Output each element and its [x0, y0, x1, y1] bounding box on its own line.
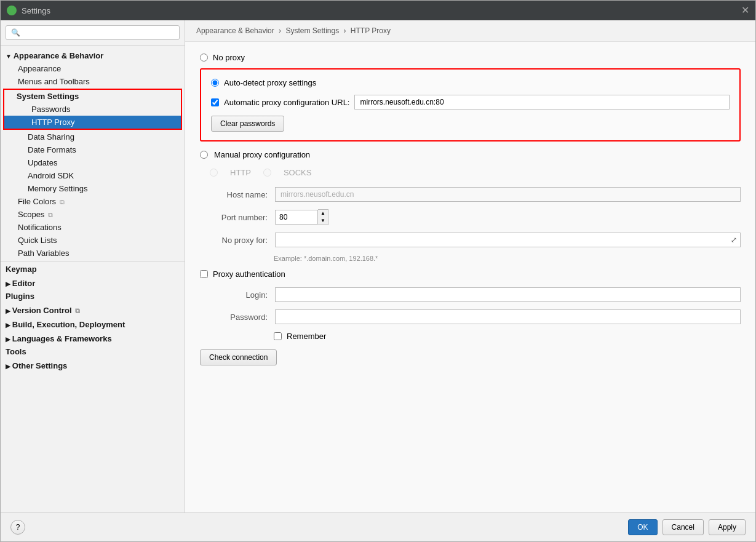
ok-button[interactable]: OK [628, 519, 657, 535]
help-section: ? [10, 520, 25, 535]
auto-url-checkbox[interactable] [211, 98, 219, 106]
auto-url-row: Automatic proxy configuration URL: [211, 95, 730, 110]
proxy-auth-row: Proxy authentication [200, 269, 741, 279]
manual-radio-row: Manual proxy configuration [200, 150, 741, 159]
no-proxy-for-label: No proxy for: [200, 236, 268, 245]
http-radio[interactable] [210, 169, 218, 177]
sidebar-item-appearance-behavior[interactable]: Appearance & Behavior [1, 49, 185, 62]
remember-checkbox[interactable] [274, 332, 282, 340]
sidebar-item-editor[interactable]: Editor [1, 277, 185, 290]
main-panel: Appearance & Behavior › System Settings … [185, 20, 755, 512]
host-row: Host name: [200, 187, 741, 202]
breadcrumb-part2: System Settings [285, 26, 339, 35]
sidebar-item-quick-lists[interactable]: Quick Lists [1, 234, 185, 247]
close-button[interactable]: ✕ [741, 6, 749, 15]
copy-icon-2: ⧉ [48, 211, 53, 218]
sidebar-item-plugins[interactable]: Plugins [1, 290, 185, 303]
sidebar-item-languages[interactable]: Languages & Frameworks [1, 332, 185, 345]
sidebar-item-data-sharing[interactable]: Data Sharing [1, 130, 185, 143]
settings-dialog: Settings ✕ Appearance & Behavior Appeara… [0, 0, 756, 542]
sidebar-item-date-formats[interactable]: Date Formats [1, 143, 185, 156]
port-row: Port number: ▲ ▼ [200, 209, 741, 225]
clear-passwords-button[interactable]: Clear passwords [211, 116, 284, 132]
divider-1 [1, 261, 185, 261]
search-input[interactable] [6, 25, 180, 40]
sidebar-item-memory-settings[interactable]: Memory Settings [1, 182, 185, 195]
port-down-button[interactable]: ▼ [318, 217, 328, 225]
auto-detect-header: Auto-detect proxy settings [211, 78, 730, 87]
login-row: Login: [200, 287, 741, 302]
remember-row: Remember [274, 332, 741, 341]
help-button[interactable]: ? [10, 520, 25, 535]
breadcrumb-sep1: › [279, 26, 281, 35]
no-proxy-label[interactable]: No proxy [213, 53, 245, 62]
manual-proxy-label[interactable]: Manual proxy configuration [214, 150, 310, 159]
login-label: Login: [200, 290, 268, 300]
check-connection-button[interactable]: Check connection [200, 349, 277, 365]
login-input[interactable] [275, 287, 741, 302]
auto-url-input[interactable] [354, 95, 730, 110]
remember-label[interactable]: Remember [287, 332, 326, 341]
password-row: Password: [200, 309, 741, 324]
sidebar-item-android-sdk[interactable]: Android SDK [1, 169, 185, 182]
breadcrumb-sep2: › [343, 26, 346, 35]
footer: ? OK Cancel Apply [1, 512, 755, 541]
copy-icon-vc: ⧉ [75, 307, 80, 314]
no-proxy-for-row: No proxy for: ⤢ [200, 233, 741, 247]
sidebar-item-http-proxy[interactable]: HTTP Proxy [4, 116, 181, 129]
sidebar-item-appearance[interactable]: Appearance [1, 62, 185, 75]
auto-detect-box: Auto-detect proxy settings Automatic pro… [200, 68, 741, 141]
port-input-wrap: ▲ ▼ [275, 209, 328, 225]
main-content: Appearance & Behavior Appearance Menus a… [1, 20, 755, 512]
app-icon [7, 6, 17, 15]
sidebar-item-build-exec[interactable]: Build, Execution, Deployment [1, 318, 185, 331]
titlebar: Settings ✕ [1, 1, 755, 20]
manual-proxy-radio[interactable] [200, 151, 208, 159]
check-connection-row: Check connection [200, 349, 741, 365]
sidebar-item-system-settings[interactable]: System Settings [4, 90, 181, 103]
auto-url-label[interactable]: Automatic proxy configuration URL: [224, 98, 349, 107]
sidebar-item-tools[interactable]: Tools [1, 345, 185, 358]
proxy-auth-checkbox[interactable] [200, 270, 208, 278]
socks-radio[interactable] [263, 169, 271, 177]
host-label: Host name: [200, 190, 268, 199]
dialog-title: Settings [22, 6, 736, 15]
expand-icon[interactable]: ⤢ [728, 234, 740, 245]
no-proxy-for-input[interactable] [276, 233, 728, 247]
search-bar [1, 20, 185, 46]
breadcrumb-part3: HTTP Proxy [351, 26, 391, 35]
sidebar-item-passwords[interactable]: Passwords [4, 103, 181, 116]
auto-detect-radio[interactable] [211, 79, 219, 87]
sidebar-item-path-variables[interactable]: Path Variables [1, 247, 185, 260]
sidebar-item-file-colors[interactable]: File Colors ⧉ [1, 195, 185, 208]
port-input[interactable] [275, 210, 318, 225]
example-text: Example: *.domain.com, 192.168.* [274, 255, 741, 262]
sidebar-item-updates[interactable]: Updates [1, 156, 185, 169]
sidebar: Appearance & Behavior Appearance Menus a… [1, 20, 185, 512]
auto-detect-label[interactable]: Auto-detect proxy settings [224, 78, 316, 87]
host-input[interactable] [275, 187, 741, 202]
password-label: Password: [200, 313, 268, 322]
port-label: Port number: [200, 213, 268, 222]
proxy-auth-label[interactable]: Proxy authentication [213, 269, 285, 279]
apply-button[interactable]: Apply [709, 519, 746, 535]
sidebar-item-keymap[interactable]: Keymap [1, 263, 185, 276]
manual-section: Manual proxy configuration HTTP SOCKS Ho… [200, 150, 741, 365]
sidebar-item-version-control[interactable]: Version Control ⧉ [1, 304, 185, 317]
password-input[interactable] [275, 309, 741, 324]
sidebar-item-scopes[interactable]: Scopes ⧉ [1, 208, 185, 221]
breadcrumb-part1: Appearance & Behavior [196, 26, 274, 35]
sidebar-item-other-settings[interactable]: Other Settings [1, 359, 185, 372]
breadcrumb: Appearance & Behavior › System Settings … [185, 20, 755, 42]
http-label: HTTP [230, 168, 251, 177]
sidebar-tree: Appearance & Behavior Appearance Menus a… [1, 46, 185, 375]
no-proxy-row: No proxy [200, 53, 741, 62]
sidebar-item-menus-toolbars[interactable]: Menus and Toolbars [1, 75, 185, 88]
copy-icon: ⧉ [60, 198, 65, 205]
no-proxy-for-input-wrap: ⤢ [275, 233, 741, 247]
no-proxy-radio[interactable] [200, 54, 208, 62]
panel-content: No proxy Auto-detect proxy settings Auto… [185, 42, 755, 512]
port-up-button[interactable]: ▲ [318, 210, 328, 217]
cancel-button[interactable]: Cancel [662, 519, 704, 535]
sidebar-item-notifications[interactable]: Notifications [1, 221, 185, 234]
